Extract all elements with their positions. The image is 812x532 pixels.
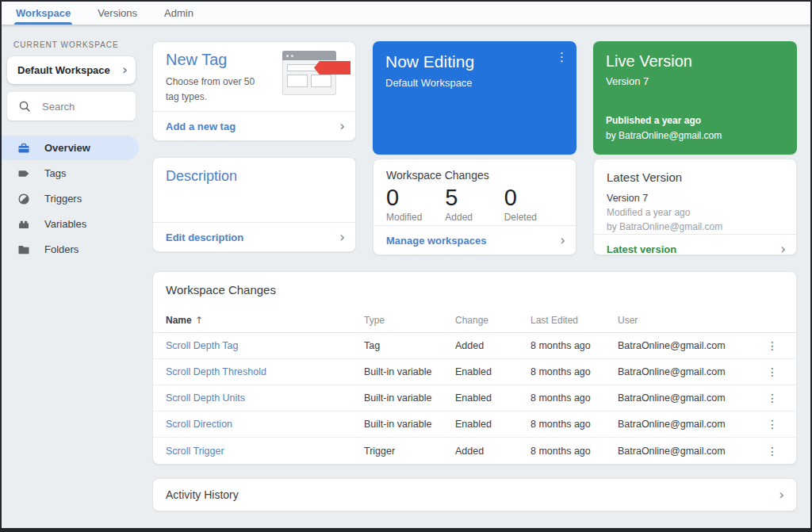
new-tag-title: New Tag [166, 51, 269, 69]
chevron-right-icon: › [339, 231, 345, 244]
row-name-link[interactable]: Scroll Direction [166, 419, 364, 430]
row-type: Tag [364, 340, 455, 351]
table-row: Scroll Direction Built-in variable Enabl… [153, 411, 796, 438]
now-editing-card: Now Editing Default Workspace ⋮ [373, 41, 576, 155]
row-name-link[interactable]: Scroll Depth Units [166, 392, 364, 404]
chevron-right-icon: › [780, 243, 786, 255]
row-kebab-menu-icon[interactable]: ⋮ [761, 418, 783, 431]
row-change: Added [455, 340, 530, 351]
red-tag-icon [314, 61, 350, 75]
latest-version-link-label: Latest version [607, 243, 676, 255]
manage-workspaces-link[interactable]: Manage workspaces › [373, 225, 576, 255]
row-kebab-menu-icon[interactable]: ⋮ [761, 366, 783, 378]
row-last-edited: 8 months ago [530, 446, 618, 457]
table-row: Scroll Depth Tag Tag Added 8 months ago … [153, 333, 796, 359]
latest-version-author: by BatraOnline@gmail.com [607, 220, 783, 234]
sidebar-item-overview[interactable]: Overview [2, 136, 139, 160]
workspace-selector[interactable]: Default Workspace › [7, 56, 136, 84]
add-new-tag-link[interactable]: Add a new tag › [153, 111, 355, 140]
new-tag-card: New Tag Choose from over 50 tag types. [152, 41, 356, 141]
browser-tag-illustration-icon [282, 51, 344, 98]
row-kebab-menu-icon[interactable]: ⋮ [761, 445, 783, 457]
latest-version-title: Latest Version [607, 169, 783, 187]
search-input[interactable]: Search [7, 92, 136, 121]
row-type: Trigger [364, 446, 455, 457]
tab-workspace[interactable]: Workspace [16, 2, 71, 25]
chevron-right-icon: › [122, 63, 128, 77]
tab-versions[interactable]: Versions [98, 2, 137, 25]
edit-description-link[interactable]: Edit description › [153, 222, 355, 251]
column-header-name[interactable]: Name↑ [166, 315, 364, 326]
row-kebab-menu-icon[interactable]: ⋮ [761, 339, 783, 352]
row-last-edited: 8 months ago [530, 366, 618, 377]
workspace-changes-title: Workspace Changes [386, 169, 563, 182]
row-last-edited: 8 months ago [530, 392, 618, 404]
sidebar-item-variables[interactable]: Variables [2, 212, 141, 236]
row-change: Enabled [455, 392, 530, 404]
chevron-right-icon: › [779, 488, 784, 502]
sidebar-item-label: Triggers [44, 193, 82, 205]
latest-version-modified: Modified a year ago [607, 205, 783, 220]
table-row: Scroll Depth Units Built-in variable Ena… [153, 385, 796, 411]
main-content: New Tag Choose from over 50 tag types. [141, 25, 810, 528]
row-change: Enabled [455, 419, 530, 430]
sidebar-item-folders[interactable]: Folders [2, 237, 141, 262]
tab-workspace-label: Workspace [16, 7, 71, 19]
live-version-author: by BatraOnline@gmail.com [606, 128, 784, 144]
workspace-changes-card: Workspace Changes 0 Modified 5 Added [373, 159, 576, 255]
search-icon [17, 99, 32, 113]
stat-added: 5 Added [445, 183, 504, 223]
column-header-type[interactable]: Type [364, 315, 455, 326]
description-title: Description [153, 158, 355, 185]
sidebar: CURRENT WORKSPACE Default Workspace › Se… [2, 25, 141, 528]
workspace-selector-label: Default Workspace [17, 64, 110, 76]
sidebar-item-label: Overview [44, 142, 90, 154]
column-header-change[interactable]: Change [455, 315, 530, 326]
folder-icon [17, 243, 31, 257]
row-type: Built-in variable [364, 366, 455, 377]
row-last-edited: 8 months ago [530, 340, 618, 351]
row-name-link[interactable]: Scroll Depth Tag [166, 340, 364, 351]
kebab-menu-icon[interactable]: ⋮ [556, 50, 568, 64]
latest-version-link[interactable]: Latest version › [594, 234, 796, 255]
chevron-right-icon: › [339, 120, 345, 133]
workspace-changes-table: Workspace Changes Name↑ Type Change Last… [152, 271, 797, 465]
sort-ascending-icon: ↑ [195, 315, 203, 326]
column-header-last-edited[interactable]: Last Edited [530, 315, 618, 326]
stat-modified-label: Modified [386, 212, 445, 223]
app-window: Workspace Versions Admin CURRENT WORKSPA… [0, 0, 812, 532]
row-change: Enabled [455, 366, 530, 377]
overview-icon [17, 141, 31, 155]
tab-admin[interactable]: Admin [164, 2, 193, 25]
column-header-user[interactable]: User [618, 315, 761, 326]
table-row: Scroll Trigger Trigger Added 8 months ag… [153, 438, 796, 464]
top-nav: Workspace Versions Admin [2, 2, 810, 25]
row-kebab-menu-icon[interactable]: ⋮ [761, 392, 783, 404]
row-type: Built-in variable [364, 419, 455, 430]
table-title: Workspace Changes [153, 283, 796, 297]
sidebar-item-tags[interactable]: Tags [2, 161, 141, 186]
activity-history-bar[interactable]: Activity History › [152, 478, 797, 511]
tab-admin-label: Admin [164, 7, 193, 19]
stat-deleted-label: Deleted [504, 212, 563, 223]
stat-deleted: 0 Deleted [504, 183, 563, 223]
sidebar-item-label: Folders [44, 243, 79, 255]
live-version-published: Published a year ago [606, 113, 784, 128]
chevron-right-icon: › [560, 234, 565, 247]
row-user: BatraOnline@gmail.com [618, 392, 761, 404]
current-workspace-label: CURRENT WORKSPACE [13, 40, 141, 49]
stat-added-value: 5 [445, 183, 504, 212]
row-type: Built-in variable [364, 392, 455, 404]
row-name-link[interactable]: Scroll Depth Threshold [166, 366, 364, 377]
variables-icon [17, 217, 31, 232]
row-name-link[interactable]: Scroll Trigger [166, 446, 364, 457]
row-user: BatraOnline@gmail.com [618, 446, 761, 457]
search-placeholder: Search [42, 101, 75, 113]
sidebar-item-triggers[interactable]: Triggers [2, 186, 141, 211]
stat-added-label: Added [445, 212, 504, 223]
table-row: Scroll Depth Threshold Built-in variable… [153, 359, 796, 385]
live-version-title: Live Version [606, 52, 784, 71]
tab-versions-label: Versions [98, 7, 137, 19]
sidebar-item-label: Variables [44, 218, 86, 230]
latest-version-card: Latest Version Version 7 Modified a year… [593, 159, 797, 255]
